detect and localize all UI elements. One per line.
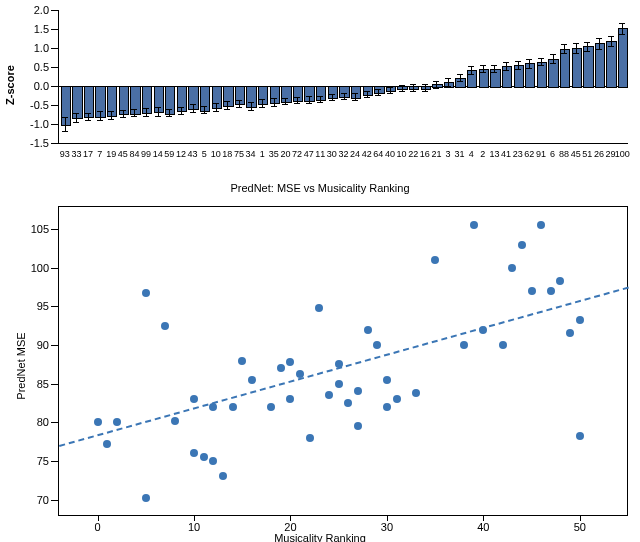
x-tick-label: 33 <box>71 143 81 159</box>
data-point <box>576 316 584 324</box>
error-bar <box>564 44 565 53</box>
data-point <box>528 287 536 295</box>
x-tick-label: 47 <box>304 143 314 159</box>
error-cap <box>410 84 416 85</box>
error-cap <box>445 86 451 87</box>
y-axis-label: Z-score <box>4 65 16 105</box>
error-bar <box>262 99 263 107</box>
error-cap <box>387 87 393 88</box>
error-cap <box>190 104 196 105</box>
error-cap <box>143 116 149 117</box>
error-cap <box>271 98 277 99</box>
data-point <box>306 434 314 442</box>
data-point <box>499 341 507 349</box>
x-tick-label: 4 <box>469 143 474 159</box>
bar <box>200 86 210 112</box>
data-point <box>335 380 343 388</box>
x-tick-label: 88 <box>559 143 569 159</box>
error-cap <box>73 113 79 114</box>
data-point <box>161 322 169 330</box>
x-tick-label: 34 <box>246 143 256 159</box>
error-cap <box>561 53 567 54</box>
error-cap <box>224 101 230 102</box>
bar <box>606 41 616 88</box>
x-tick-label: 42 <box>362 143 372 159</box>
data-point <box>171 417 179 425</box>
bar <box>328 86 338 99</box>
bar <box>583 46 593 88</box>
x-tick-label: 13 <box>489 143 499 159</box>
x-tick-label: 30 <box>381 515 393 533</box>
error-bar <box>471 66 472 74</box>
data-point <box>267 403 275 411</box>
x-tick-label: 30 <box>327 143 337 159</box>
error-cap <box>468 66 474 67</box>
error-cap <box>306 96 312 97</box>
error-cap <box>259 99 265 100</box>
bar <box>572 48 582 88</box>
data-point <box>412 389 420 397</box>
x-tick-label: 40 <box>385 143 395 159</box>
x-tick-label: 50 <box>574 515 586 533</box>
x-tick-label: 51 <box>582 143 592 159</box>
error-bar <box>111 111 112 119</box>
error-bar <box>251 102 252 110</box>
error-bar <box>65 117 66 131</box>
x-tick-label: 41 <box>501 143 511 159</box>
x-tick-label: 2 <box>480 143 485 159</box>
bar <box>142 86 152 114</box>
error-bar <box>123 110 124 118</box>
error-bar <box>227 101 228 109</box>
y-tick-label: 95 <box>37 300 59 312</box>
error-cap <box>120 110 126 111</box>
error-cap <box>538 65 544 66</box>
x-tick-label: 35 <box>269 143 279 159</box>
data-point <box>431 256 439 264</box>
data-point <box>277 364 285 372</box>
data-point <box>209 457 217 465</box>
error-cap <box>584 51 590 52</box>
x-tick-label: 23 <box>513 143 523 159</box>
x-tick-label: 59 <box>164 143 174 159</box>
bar <box>258 86 268 105</box>
error-bar <box>494 65 495 73</box>
bar <box>397 86 407 90</box>
error-cap <box>608 46 614 47</box>
error-cap <box>573 43 579 44</box>
y-tick-label: 0.0 <box>34 80 59 92</box>
error-bar <box>355 93 356 101</box>
error-cap <box>282 104 288 105</box>
error-cap <box>375 95 381 96</box>
error-cap <box>294 103 300 104</box>
data-point <box>537 221 545 229</box>
x-tick-label: 40 <box>477 515 489 533</box>
error-cap <box>561 44 567 45</box>
error-cap <box>538 58 544 59</box>
bar <box>188 86 198 110</box>
data-point <box>286 358 294 366</box>
error-cap <box>329 100 335 101</box>
data-point <box>518 241 526 249</box>
y-tick-label: -1.5 <box>30 137 59 149</box>
data-point <box>190 395 198 403</box>
error-cap <box>259 107 265 108</box>
data-point <box>94 418 102 426</box>
error-cap <box>399 91 405 92</box>
y-tick-label: 90 <box>37 339 59 351</box>
data-point <box>103 440 111 448</box>
data-point <box>229 403 237 411</box>
error-cap <box>271 106 277 107</box>
x-tick-label: 75 <box>234 143 244 159</box>
x-tick-label: 43 <box>188 143 198 159</box>
data-point <box>219 472 227 480</box>
error-cap <box>526 68 532 69</box>
data-point <box>479 326 487 334</box>
bar <box>61 86 71 126</box>
error-bar <box>518 61 519 69</box>
data-point <box>190 449 198 457</box>
error-cap <box>282 98 288 99</box>
bar <box>374 86 384 94</box>
x-tick-label: 17 <box>83 143 93 159</box>
x-tick-label: 32 <box>338 143 348 159</box>
error-cap <box>178 107 184 108</box>
